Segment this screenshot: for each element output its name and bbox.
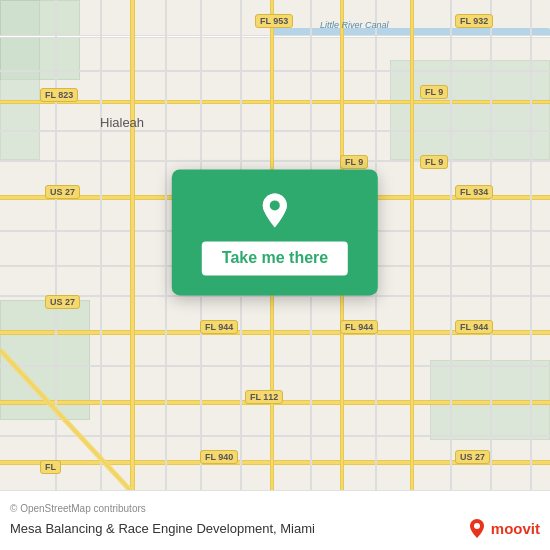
street-v-us27: [130, 0, 135, 490]
take-me-there-button[interactable]: Take me there: [202, 241, 348, 275]
place-info: Mesa Balancing & Race Engine Development…: [10, 518, 540, 538]
street-v-13: [490, 0, 492, 490]
road-label-fl953: FL 953: [255, 14, 293, 28]
svg-point-3: [270, 200, 280, 210]
street-h-2: [0, 70, 550, 72]
road-label-us27-right: US 27: [455, 450, 490, 464]
street-h-5: [0, 160, 550, 162]
bottom-bar: © OpenStreetMap contributors Mesa Balanc…: [0, 490, 550, 550]
street-h-1: [0, 35, 550, 38]
popup-card: Take me there: [172, 169, 378, 295]
hialeah-label: Hialeah: [100, 115, 144, 130]
road-label-fl-bottom: FL: [40, 460, 61, 474]
attribution-text: © OpenStreetMap contributors: [10, 503, 540, 514]
street-v-1: [55, 0, 57, 490]
road-label-fl9-mid: FL 9: [420, 155, 448, 169]
canal-label: Little River Canal: [320, 20, 389, 30]
street-h-13: [0, 435, 550, 437]
street-h-11: [0, 365, 550, 367]
road-label-us27-1: US 27: [45, 185, 80, 199]
road-label-fl112: FL 112: [245, 390, 283, 404]
park-area-3: [390, 60, 550, 160]
svg-point-4: [474, 523, 480, 529]
place-name: Mesa Balancing & Race Engine Development…: [10, 521, 459, 536]
street-v-4: [165, 0, 167, 490]
road-label-fl823: FL 823: [40, 88, 78, 102]
road-label-fl9-top: FL 9: [420, 85, 448, 99]
road-label-us27-left2: US 27: [45, 295, 80, 309]
location-pin-icon: [255, 189, 295, 229]
road-label-fl934-right: FL 934: [455, 185, 493, 199]
park-area-2: [0, 0, 40, 160]
road-label-fl944-left: FL 944: [200, 320, 238, 334]
map-container: Little River Canal Hialeah FL 823 FL 953…: [0, 0, 550, 490]
street-v-2: [100, 0, 102, 490]
road-label-fl9-right: FL 9: [340, 155, 368, 169]
road-label-fl944-mid: FL 944: [340, 320, 378, 334]
road-label-fl932: FL 932: [455, 14, 493, 28]
street-h-4: [0, 130, 550, 132]
moovit-text: moovit: [491, 520, 540, 537]
moovit-pin-icon: [467, 518, 487, 538]
road-label-fl944-right: FL 944: [455, 320, 493, 334]
road-label-fl940-left: FL 940: [200, 450, 238, 464]
street-v-12: [450, 0, 452, 490]
moovit-logo: moovit: [467, 518, 540, 538]
street-v-14: [530, 0, 532, 490]
street-h-3-major: [0, 100, 550, 104]
street-v-fl9: [410, 0, 414, 490]
